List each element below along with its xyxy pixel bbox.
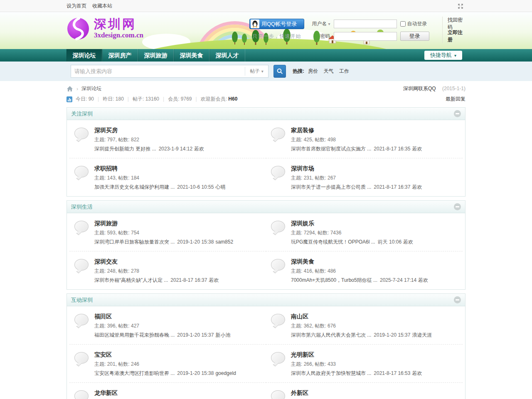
- lastpost-user-link[interactable]: 心晴: [215, 184, 225, 190]
- speech-bubble-icon[interactable]: [74, 259, 89, 271]
- forum-link[interactable]: 家居装修: [291, 127, 314, 134]
- set-homepage-link[interactable]: 设为首页: [66, 2, 86, 10]
- lastpost-title-link[interactable]: 深圳提升创新能力 更好推 ...: [94, 146, 156, 152]
- lastpost-user-link[interactable]: sam852: [215, 239, 233, 245]
- forum-link[interactable]: 南山区: [291, 313, 308, 320]
- forum-link[interactable]: 龙华新区: [94, 389, 118, 397]
- nav-item-talent[interactable]: 深圳人才: [209, 49, 245, 62]
- collapse-icon[interactable]: [454, 110, 461, 117]
- forum-link[interactable]: 深圳娱乐: [291, 220, 314, 227]
- lastpost-user-link[interactable]: 若欢: [412, 370, 422, 376]
- qq-penguin-icon: [251, 20, 259, 28]
- magnifier-icon: [277, 68, 283, 74]
- nav-item-food[interactable]: 深圳美食: [174, 49, 209, 62]
- search-box: 帖子 ▾: [71, 65, 268, 78]
- auto-login-checkbox[interactable]: [400, 21, 406, 27]
- forum-link[interactable]: 深圳买房: [94, 127, 118, 134]
- forum-stats-bar: 今日: 90 昨日: 180 帖子: 13160 会员: 9769 欢迎新会员:…: [0, 93, 532, 103]
- category-title-link[interactable]: 关注深圳: [71, 108, 93, 120]
- lastpost-user-link[interactable]: 若欢: [209, 277, 219, 283]
- forum-link[interactable]: 深圳市场: [291, 165, 314, 172]
- site-logo[interactable]: 深圳网 3xdesign.com.cn: [66, 17, 143, 40]
- forum-link[interactable]: 福田区: [94, 313, 112, 320]
- speech-bubble-icon[interactable]: [74, 390, 89, 399]
- hot-keyword[interactable]: 天气: [324, 68, 334, 74]
- forum-lastpost: 深圳湾口岸单日旅客驗放量首次突 ...2019-1-20 15:38sam852: [94, 239, 233, 246]
- collapse-icon[interactable]: [454, 296, 461, 303]
- speech-bubble-icon[interactable]: [271, 352, 285, 364]
- lastpost-title-link[interactable]: 福田区城管局用數千花束扮靓春晚 ...: [94, 332, 175, 338]
- speech-bubble-icon[interactable]: [74, 128, 89, 139]
- forum-link[interactable]: 求职招聘: [94, 165, 118, 172]
- lastpost-title-link[interactable]: 深圳湾口岸单日旅客驗放量首次突 ...: [94, 239, 175, 245]
- bookmark-site-link[interactable]: 收藏本站: [92, 2, 112, 10]
- lastpost-title-link[interactable]: 7000mAh+天玑8500，Turbo5陪你征 ...: [291, 277, 377, 283]
- speech-bubble-icon[interactable]: [271, 259, 285, 271]
- lastpost-title-link[interactable]: 深圳市首席数据官制度试点实施方 ...: [291, 146, 371, 152]
- nav-item-forum[interactable]: 深圳论坛: [66, 49, 102, 62]
- lastpost-user-link[interactable]: goedgeld: [215, 370, 236, 376]
- home-icon[interactable]: [66, 86, 73, 92]
- lastpost-user-link[interactable]: 若欢: [418, 277, 428, 283]
- forum-link[interactable]: 外新区: [291, 389, 308, 397]
- nav-item-travel[interactable]: 深圳旅游: [138, 49, 174, 62]
- forum-lastpost: 深圳提升创新能力 更好推 ...2023-1-9 14:12若欢: [94, 145, 204, 153]
- chevron-down-icon: ▾: [261, 69, 264, 74]
- speech-bubble-icon[interactable]: [271, 390, 285, 399]
- breadcrumb-current[interactable]: 深圳论坛: [81, 85, 101, 92]
- forum-link[interactable]: 深圳美食: [291, 258, 314, 266]
- fullscreen-icon[interactable]: [457, 3, 464, 10]
- lastpost-title-link[interactable]: 加强天津历史文化名城保护利用建 ...: [94, 184, 175, 190]
- forum-link[interactable]: 宝安区: [94, 351, 112, 359]
- newest-member-link[interactable]: H60: [228, 96, 237, 102]
- lastpost-title-link[interactable]: 深圳市关于进一步提高上市公司质 ...: [291, 184, 371, 190]
- speech-bubble-icon[interactable]: [74, 314, 89, 325]
- speech-bubble-icon[interactable]: [74, 221, 89, 232]
- lastpost-user-link[interactable]: 若欢: [412, 146, 422, 152]
- search-input[interactable]: [71, 68, 245, 74]
- speech-bubble-icon[interactable]: [271, 166, 285, 177]
- nav-item-housing[interactable]: 深圳房产: [102, 49, 138, 62]
- password-field[interactable]: [334, 32, 397, 41]
- speech-bubble-icon[interactable]: [74, 166, 89, 177]
- search-button[interactable]: [273, 65, 286, 78]
- speech-bubble-icon[interactable]: [271, 221, 285, 232]
- forum-cell: 深圳娱乐 主题: 7294, 帖数: 7436 玩PG魔豆传奇续航无忧！OPPO…: [266, 213, 463, 251]
- hot-keyword[interactable]: 工作: [339, 68, 349, 74]
- lastpost-title-link[interactable]: 深圳市人民政府关于加快智慧城市 ...: [291, 370, 371, 376]
- forum-cell: 宝安区 主题: 201, 帖数: 246 宝安区粤港澳大灣区打造影响世界 ...…: [69, 344, 266, 382]
- register-link[interactable]: 立即注册: [448, 30, 463, 42]
- username-field[interactable]: [334, 20, 397, 28]
- qq-login-button[interactable]: 用QQ帐号登录: [249, 19, 304, 29]
- latest-reply-link[interactable]: 最新回复: [446, 96, 466, 103]
- lastpost-title-link[interactable]: 宝安区粤港澳大灣区打造影响世界 ...: [94, 370, 175, 376]
- site-name: 深圳网: [94, 18, 143, 30]
- speech-bubble-icon[interactable]: [74, 352, 89, 364]
- lastpost-user-link[interactable]: 浪迹天涯: [412, 332, 432, 338]
- category-title-link[interactable]: 深圳生活: [71, 201, 93, 213]
- lastpost-user-link[interactable]: 若欢: [403, 239, 413, 245]
- find-password-link[interactable]: 找回密码: [448, 17, 463, 30]
- contact-qq-link[interactable]: 深圳网联系QQ: [403, 86, 436, 91]
- forum-cell: 深圳美食 主题: 416, 帖数: 486 7000mAh+天玑8500，Tur…: [266, 251, 463, 289]
- forum-link[interactable]: 深圳交友: [94, 258, 118, 266]
- lastpost-title-link[interactable]: 深圳市外籍“高精尖缺”人才认定 ...: [94, 277, 168, 283]
- lastpost-title-link[interactable]: 玩PG魔豆传奇续航无忧！OPPOA6l ...: [291, 239, 375, 245]
- lastpost-user-link[interactable]: 新小池: [215, 332, 230, 338]
- collapse-icon[interactable]: [454, 203, 461, 210]
- category-title-link[interactable]: 互动深圳: [71, 294, 93, 306]
- lastpost-user-link[interactable]: 若欢: [194, 146, 204, 152]
- forum-link[interactable]: 光明新区: [291, 351, 314, 359]
- username-label[interactable]: 用户名 ▾: [311, 20, 330, 27]
- quick-nav-button[interactable]: 快捷导航▾: [424, 51, 462, 60]
- speech-bubble-icon[interactable]: [271, 128, 285, 139]
- forum-cell: 求职招聘 主题: 143, 帖数: 184 加强天津历史文化名城保护利用建 ..…: [69, 158, 266, 196]
- lastpost-title-link[interactable]: 深圳市第六届人民代表大会第七次 ...: [291, 332, 371, 338]
- search-type-select[interactable]: 帖子 ▾: [245, 67, 268, 76]
- hot-keyword[interactable]: 房价: [308, 68, 318, 74]
- login-button[interactable]: 登录: [400, 32, 429, 41]
- lastpost-user-link[interactable]: 若欢: [412, 184, 422, 190]
- speech-bubble-icon[interactable]: [271, 314, 285, 325]
- forum-link[interactable]: 深圳旅游: [94, 220, 118, 227]
- bar-chart-icon: [66, 96, 72, 102]
